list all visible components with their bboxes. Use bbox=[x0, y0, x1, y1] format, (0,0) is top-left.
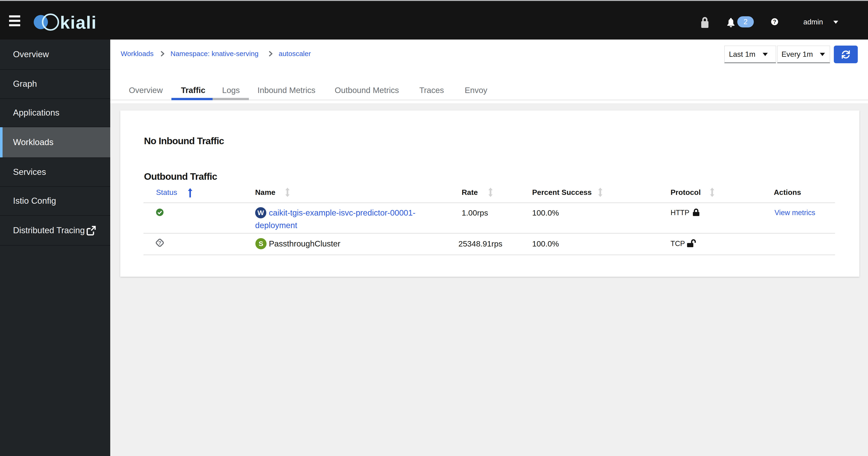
svg-text:?: ? bbox=[158, 240, 161, 246]
svg-text:?: ? bbox=[773, 19, 776, 25]
